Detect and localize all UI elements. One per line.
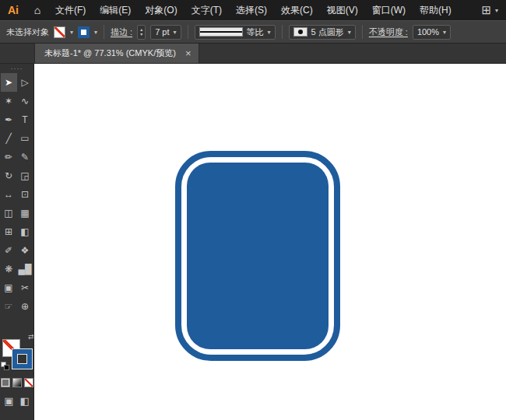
type-tool[interactable]: T <box>17 110 33 129</box>
rotate-tool-icon: ↻ <box>5 170 12 181</box>
column-graph-tool[interactable]: ▄█ <box>17 260 33 278</box>
gradient-button[interactable] <box>12 378 22 387</box>
toolbar-grip[interactable]: ···· <box>11 65 23 73</box>
mesh-tool[interactable]: ⊞ <box>1 222 17 241</box>
direct-selection-tool[interactable]: ▷ <box>17 73 33 92</box>
fill-chevron-icon[interactable]: ▾ <box>70 29 73 36</box>
menu-item-3[interactable]: 文字(T) <box>184 0 229 20</box>
perspective-grid-tool[interactable]: ▦ <box>17 204 33 222</box>
shape-builder-tool[interactable]: ◫ <box>1 204 17 222</box>
width-tool[interactable]: ↔ <box>1 185 17 204</box>
draw-mode-icon[interactable]: ▣ <box>4 395 13 407</box>
eyedropper-tool[interactable]: ✐ <box>1 241 17 260</box>
width-profile-select[interactable]: 等比 ▾ <box>195 25 276 40</box>
slice-tool-icon: ✂ <box>21 282 29 293</box>
lasso-tool[interactable]: ∿ <box>17 92 33 110</box>
close-icon[interactable]: × <box>185 47 192 59</box>
default-fill-stroke-icon[interactable] <box>1 362 9 370</box>
tools-grid: ➤▷✶∿✒T╱▭✏✎↻◲↔⊡◫▦⊞◧✐❖❋▄█▣✂☞⊕ <box>1 73 33 316</box>
separator <box>282 25 283 39</box>
perspective-grid-tool-icon: ▦ <box>20 208 29 219</box>
canvas[interactable] <box>34 64 506 420</box>
illustrator-logo: Ai <box>0 4 26 16</box>
pen-tool[interactable]: ✒ <box>1 110 17 129</box>
chevron-down-icon: ▾ <box>348 29 351 36</box>
control-bar: 未选择对象 ▾ ▾ 描边 : ▴ ▾ 7 pt ▾ 等比 ▾ 5 点圆形 ▾ 不… <box>0 20 506 44</box>
pen-tool-icon: ✒ <box>5 114 12 125</box>
eyedropper-tool-icon: ✐ <box>5 245 12 256</box>
magic-wand-tool[interactable]: ✶ <box>1 92 17 110</box>
menu-item-6[interactable]: 视图(V) <box>320 0 365 20</box>
separator <box>104 25 104 39</box>
artwork-rounded-rectangle[interactable] <box>175 151 340 361</box>
swap-fill-stroke-icon[interactable]: ⇄ <box>28 333 34 341</box>
stroke-swatch[interactable] <box>12 349 32 369</box>
paintbrush-tool-icon: ✏ <box>5 152 12 163</box>
type-tool-icon: T <box>22 114 27 125</box>
stroke-weight-select[interactable]: 7 pt ▾ <box>150 25 181 40</box>
brush-definition-select[interactable]: 5 点圆形 ▾ <box>289 25 356 40</box>
paintbrush-tool[interactable]: ✏ <box>1 148 17 166</box>
artboard-tool[interactable]: ▣ <box>1 278 17 297</box>
menu-item-4[interactable]: 选择(S) <box>229 0 274 20</box>
fill-color-swatch[interactable] <box>54 26 65 38</box>
menu-item-7[interactable]: 窗口(W) <box>365 0 413 20</box>
gradient-tool[interactable]: ◧ <box>17 222 33 241</box>
selection-status: 未选择对象 <box>6 26 49 38</box>
opacity-select[interactable]: 100% ▾ <box>413 25 451 40</box>
menu-item-1[interactable]: 编辑(E) <box>93 0 138 20</box>
rotate-tool[interactable]: ↻ <box>1 166 17 185</box>
home-icon[interactable]: ⌂ <box>26 4 48 16</box>
shape-builder-tool-icon: ◫ <box>4 208 12 219</box>
symbol-sprayer-tool[interactable]: ❋ <box>1 260 17 278</box>
scale-tool[interactable]: ◲ <box>17 166 33 185</box>
main-area: ···· ➤▷✶∿✒T╱▭✏✎↻◲↔⊡◫▦⊞◧✐❖❋▄█▣✂☞⊕ ⇄ ▣ ◧ <box>0 64 506 420</box>
line-segment-tool[interactable]: ╱ <box>1 129 17 148</box>
free-transform-tool[interactable]: ⊡ <box>17 185 33 204</box>
blend-tool-icon: ❖ <box>21 245 30 256</box>
menu-item-5[interactable]: 效果(C) <box>274 0 320 20</box>
workspace-switcher[interactable]: ⊞ ▾ <box>481 3 506 17</box>
brush-name: 5 点圆形 <box>311 26 344 38</box>
shaper-tool[interactable]: ✎ <box>17 148 33 166</box>
selection-tool-icon: ➤ <box>5 77 12 88</box>
modes-row: ▣ ◧ <box>4 395 30 407</box>
none-button[interactable] <box>24 378 33 387</box>
brush-dot-icon <box>298 30 303 34</box>
stroke-weight-stepper[interactable]: ▴ ▾ <box>137 25 146 40</box>
zoom-tool-icon: ⊕ <box>21 301 29 312</box>
chevron-down-icon: ▾ <box>174 29 177 36</box>
screen-mode-icon[interactable]: ◧ <box>20 395 30 407</box>
workspace-grid-icon: ⊞ <box>481 3 491 17</box>
menu-items: 文件(F)编辑(E)对象(O)文字(T)选择(S)效果(C)视图(V)窗口(W)… <box>48 0 459 20</box>
blend-tool[interactable]: ❖ <box>17 241 33 260</box>
slice-tool[interactable]: ✂ <box>17 278 33 297</box>
line-segment-tool-icon: ╱ <box>5 133 11 144</box>
chevron-down-icon: ▾ <box>268 29 271 36</box>
free-transform-tool-icon: ⊡ <box>21 189 29 200</box>
menu-item-2[interactable]: 对象(O) <box>138 0 184 20</box>
brush-preview <box>293 27 307 37</box>
column-graph-tool-icon: ▄█ <box>18 264 31 275</box>
rectangle-tool[interactable]: ▭ <box>17 129 33 148</box>
stroke-color-swatch[interactable] <box>78 26 90 38</box>
stroke-panel-link[interactable]: 描边 : <box>111 26 132 38</box>
fill-stroke-widget: ⇄ <box>2 339 32 369</box>
stepper-down-icon: ▾ <box>140 32 142 37</box>
stroke-chevron-icon[interactable]: ▾ <box>94 29 97 36</box>
hand-tool-icon: ☞ <box>5 301 13 312</box>
chevron-down-icon: ▾ <box>495 7 498 14</box>
menu-item-8[interactable]: 帮助(H) <box>413 0 459 20</box>
hand-tool[interactable]: ☞ <box>1 297 17 316</box>
chevron-down-icon: ▾ <box>443 29 446 36</box>
separator <box>362 25 363 39</box>
opacity-value: 100% <box>417 27 439 37</box>
document-tab[interactable]: 未标题-1* @ 77.31% (CMYK/预览) × <box>34 44 199 63</box>
color-button[interactable] <box>1 378 10 387</box>
opacity-link[interactable]: 不透明度 : <box>369 26 408 38</box>
selection-tool[interactable]: ➤ <box>1 73 17 92</box>
zoom-tool[interactable]: ⊕ <box>17 297 33 316</box>
document-tab-bar: 未标题-1* @ 77.31% (CMYK/预览) × <box>0 44 506 64</box>
color-mode-row <box>1 378 33 387</box>
menu-item-0[interactable]: 文件(F) <box>48 0 93 20</box>
